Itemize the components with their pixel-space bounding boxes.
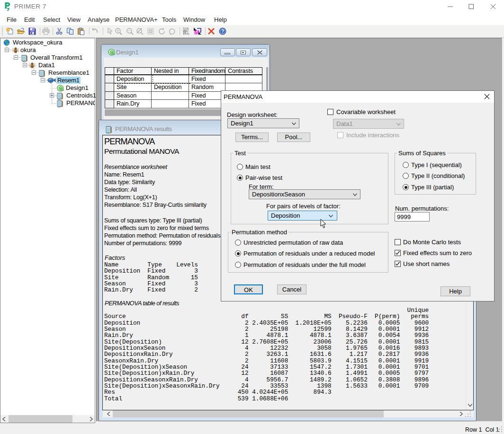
- svg-text:?: ?: [221, 29, 224, 34]
- svg-text:R: R: [183, 29, 187, 35]
